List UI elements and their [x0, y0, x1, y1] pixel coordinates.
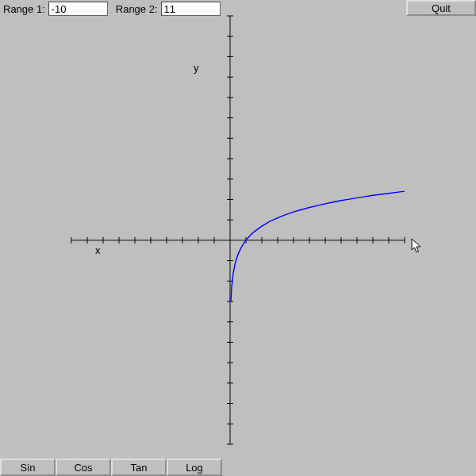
range2-input[interactable] [161, 2, 221, 16]
range1-label: Range 1: [0, 2, 48, 17]
function-toolbar: Sin Cos Tan Log [0, 459, 222, 476]
quit-button[interactable]: Quit [406, 0, 476, 16]
cursor-icon [411, 238, 424, 254]
plot-canvas [0, 0, 476, 476]
sin-button[interactable]: Sin [0, 459, 56, 476]
range1-input[interactable] [48, 2, 108, 16]
top-toolbar: Range 1: Range 2: [0, 0, 476, 17]
cos-button[interactable]: Cos [56, 459, 111, 476]
x-axis-label: x [95, 244, 101, 256]
log-button[interactable]: Log [167, 459, 222, 476]
tan-button[interactable]: Tan [111, 459, 167, 476]
y-axis-label: y [194, 62, 199, 74]
range2-label: Range 2: [113, 2, 161, 17]
